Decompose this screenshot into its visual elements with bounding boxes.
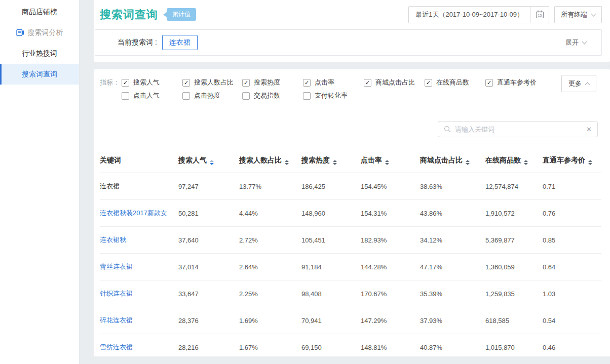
sort-icon[interactable]	[524, 160, 528, 165]
metric-checkbox-item[interactable]: ✓直通车参考价	[485, 78, 546, 87]
value-cell: 0.76	[543, 200, 601, 227]
checkbox-icon[interactable]: ✓	[425, 79, 432, 87]
column-header[interactable]: 点击率	[361, 150, 420, 173]
metric-checkbox-item[interactable]: 点击人气	[122, 91, 182, 100]
checkbox-icon[interactable]	[182, 92, 190, 100]
metric-checkbox-item[interactable]: 点击热度	[182, 91, 242, 100]
table-row: 针织连衣裙33,6472.25%98,408170.67%35.39%1,259…	[100, 280, 601, 307]
terminal-selector[interactable]: 所有终端	[554, 6, 602, 23]
keyword-link[interactable]: 连衣裙秋装2017新款女	[100, 209, 167, 217]
keyword-link[interactable]: 蕾丝连衣裙	[100, 263, 133, 270]
sort-icon[interactable]	[210, 160, 214, 165]
sort-up-arrow	[524, 160, 528, 162]
value-cell: 0.46	[543, 334, 601, 361]
date-range-label: 最近1天（2017-10-09~2017-10-09）	[409, 7, 530, 23]
metric-label: 点击人气	[133, 91, 160, 100]
metric-checkbox-item[interactable]: ✓搜索人气	[122, 78, 182, 87]
column-header[interactable]: 直通车参考价	[543, 150, 601, 173]
value-cell: 37,014	[178, 254, 239, 280]
value-cell: 33,647	[178, 280, 239, 307]
checkbox-icon[interactable]	[303, 92, 311, 100]
sort-icon[interactable]	[385, 160, 389, 165]
metric-checkbox-item[interactable]: ✓在线商品数	[425, 78, 485, 87]
sort-up-arrow	[333, 160, 337, 162]
value-cell: 618,585	[485, 307, 543, 334]
checkbox-icon[interactable]: ✓	[122, 79, 129, 87]
sidebar-item[interactable]: 行业热搜词	[0, 43, 79, 64]
sort-down-arrow	[524, 163, 528, 165]
column-header[interactable]: 在线商品数	[485, 150, 543, 173]
value-cell: 1.69%	[239, 307, 301, 334]
checkbox-icon[interactable]: ✓	[242, 79, 250, 87]
column-header[interactable]: 搜索人气	[178, 150, 239, 173]
more-metrics-button[interactable]: 更多	[561, 75, 596, 92]
column-header-label: 搜索人气	[178, 156, 207, 164]
sidebar-item[interactable]: 搜索词查询	[0, 64, 79, 85]
metric-label: 搜索人数占比	[194, 78, 234, 87]
metric-label: 交易指数	[254, 91, 280, 100]
keyword-link[interactable]: 碎花连衣裙	[100, 316, 133, 324]
expand-label: 展开	[565, 38, 579, 47]
value-cell: 105,451	[301, 227, 361, 254]
metric-checkbox-item[interactable]: ✓点击率	[303, 78, 364, 87]
metric-label: 点击热度	[194, 91, 220, 100]
sidebar-item-label: 商品店铺榜	[22, 8, 57, 17]
value-cell: 154.45%	[361, 173, 420, 200]
calendar-icon[interactable]: 15	[530, 7, 549, 23]
metric-label: 商城点击占比	[375, 78, 415, 87]
value-cell: 69,150	[301, 334, 361, 361]
column-header[interactable]: 搜索热度	[301, 150, 361, 173]
table-row: 蕾丝连衣裙37,0142.64%91,184144.28%47.17%1,360…	[100, 254, 601, 280]
value-cell: 1,360,059	[485, 254, 543, 280]
value-cell: 38.63%	[420, 173, 485, 200]
sort-icon[interactable]	[588, 160, 592, 165]
value-cell: 1,910,572	[485, 200, 543, 227]
metric-checkbox-item[interactable]: 交易指数	[242, 91, 303, 100]
sort-icon[interactable]	[285, 160, 289, 165]
keyword-link[interactable]: 连衣裙秋	[100, 236, 126, 244]
date-range-picker[interactable]: 最近1天（2017-10-09~2017-10-09） 15	[408, 6, 549, 23]
expand-toggle[interactable]: 展开	[565, 38, 586, 47]
sort-down-arrow	[385, 163, 389, 165]
keyword-link[interactable]: 雪纺连衣裙	[100, 343, 133, 351]
value-cell: 148.81%	[361, 334, 420, 361]
value-cell: 43.86%	[420, 200, 485, 227]
metric-checkbox-item[interactable]: ✓搜索人数占比	[182, 78, 242, 87]
sort-icon[interactable]	[466, 160, 470, 165]
clear-input-icon[interactable]: ✕	[586, 126, 592, 133]
checkbox-icon[interactable]: ✓	[182, 79, 190, 87]
value-cell: 0.54	[543, 307, 601, 334]
metric-label: 点击率	[315, 78, 334, 87]
sort-down-arrow	[285, 163, 289, 165]
value-cell: 0.71	[543, 173, 601, 200]
sidebar-item[interactable]: 搜索词分析	[0, 22, 79, 43]
column-header-label: 商城点击占比	[420, 156, 463, 164]
value-cell: 40.87%	[420, 334, 485, 361]
value-cell: 186,425	[301, 173, 361, 200]
checkbox-icon[interactable]: ✓	[364, 79, 371, 87]
keyword-cell: 连衣裙	[100, 173, 178, 200]
terminal-selector-label: 所有终端	[561, 10, 587, 19]
keyword-search-input[interactable]	[455, 126, 582, 133]
checkbox-icon[interactable]	[122, 92, 129, 100]
sort-down-arrow	[466, 163, 470, 165]
checkbox-icon[interactable]	[242, 92, 250, 100]
metric-checkbox-item[interactable]: ✓搜索热度	[242, 78, 303, 87]
checkbox-icon[interactable]: ✓	[485, 79, 493, 87]
current-term-chip[interactable]: 连衣裙	[162, 35, 198, 50]
column-header[interactable]: 搜索人数占比	[239, 150, 301, 173]
sidebar-item[interactable]: 商品店铺榜	[0, 2, 79, 22]
main-panel: 指标： ✓搜索人气✓搜索人数占比✓搜索热度✓点击率✓商城点击占比✓在线商品数✓直…	[94, 69, 610, 356]
keyword-cell: 连衣裙秋装2017新款女	[100, 200, 178, 227]
svg-text:15: 15	[538, 14, 542, 17]
metric-checkbox-item[interactable]: 支付转化率	[303, 91, 364, 100]
keyword-link[interactable]: 针织连衣裙	[100, 290, 133, 297]
sort-icon[interactable]	[333, 160, 337, 165]
value-cell: 91,184	[301, 254, 361, 280]
sort-down-arrow	[210, 163, 214, 165]
metric-checkbox-item[interactable]: ✓商城点击占比	[364, 78, 425, 87]
column-header[interactable]: 商城点击占比	[420, 150, 485, 173]
value-cell: 148,960	[301, 200, 361, 227]
table-row: 碎花连衣裙28,3761.69%70,941147.29%37.93%618,5…	[100, 307, 601, 334]
checkbox-icon[interactable]: ✓	[303, 79, 311, 87]
